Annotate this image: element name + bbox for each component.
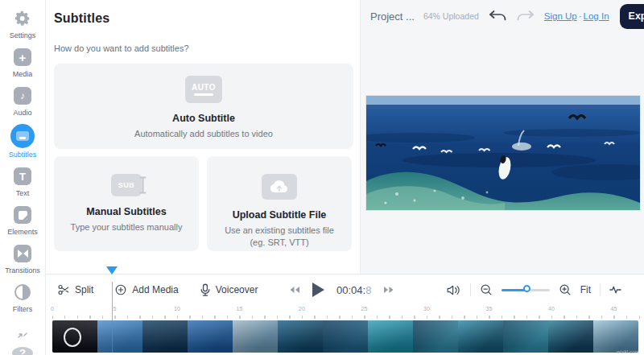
help-button[interactable]: ?	[12, 347, 33, 355]
upload-subtitle-card[interactable]: Upload Subtitle File Use an existing sub…	[207, 156, 352, 251]
sidebar-item-settings[interactable]: Settings	[10, 8, 36, 39]
sidebar-item-label: Transitions	[5, 266, 40, 275]
ruler-label: 5	[114, 306, 117, 312]
sidebar-item-label: Audio	[13, 109, 31, 117]
export-button[interactable]: Export	[620, 4, 644, 29]
zoom-in-icon[interactable]	[559, 283, 572, 296]
music-note-icon: ♪	[12, 85, 33, 106]
timeline-zoom-slider[interactable]	[502, 289, 550, 291]
thumbnail-sheen	[593, 320, 638, 353]
sidebar-item-subtitles[interactable]: Subtitles	[9, 124, 37, 159]
thumbnail-sheen	[233, 320, 278, 353]
sidebar-item-filters[interactable]: Filters	[12, 282, 33, 313]
add-media-button[interactable]: Add Media	[114, 283, 178, 296]
preview-header: Project ... 64% Uploaded Sign Up·Log In …	[361, 0, 644, 32]
timeline-section: Split Add Media Voiceover 00:04:8	[46, 274, 644, 355]
thumbnail-sheen	[548, 320, 593, 353]
sidebar-item-text[interactable]: T Text	[12, 166, 33, 197]
thumbnail-sheen	[142, 320, 188, 353]
log-in-link[interactable]: Log In	[584, 11, 609, 21]
sidebar-item-audio[interactable]: ♪ Audio	[12, 85, 33, 117]
fast-forward-button[interactable]	[383, 286, 394, 294]
manual-subtitles-icon: SUB	[111, 174, 142, 196]
preview-area: Project ... 64% Uploaded Sign Up·Log In …	[361, 0, 644, 274]
auto-subtitle-icon: AUTO	[185, 76, 222, 103]
sidebar-item-label: Subtitles	[9, 151, 37, 159]
play-button[interactable]	[312, 283, 324, 297]
ruler-label: 25	[361, 306, 368, 312]
collapse-sidebar-icon[interactable]	[17, 332, 28, 339]
waveform-icon[interactable]	[609, 285, 621, 295]
zoom-out-icon[interactable]	[480, 283, 493, 296]
video-preview[interactable]	[366, 96, 640, 210]
ruler-label: 40	[548, 306, 555, 312]
ruler-label: 20	[299, 306, 305, 312]
rewind-button[interactable]	[289, 286, 300, 294]
playhead[interactable]	[106, 275, 118, 289]
help-icon: ?	[19, 347, 26, 355]
timeline-thumbnail[interactable]	[503, 320, 548, 353]
undo-button[interactable]	[488, 10, 507, 23]
sidebar-item-label: Filters	[13, 305, 33, 313]
timeline-thumbnail[interactable]	[97, 320, 142, 353]
microphone-icon	[200, 283, 211, 297]
text-icon: T	[12, 166, 33, 187]
timeline-ruler[interactable]: 051015202530354045	[46, 305, 644, 320]
timeline-thumbnail[interactable]	[458, 320, 503, 353]
add-media-icon: +	[12, 47, 33, 68]
timeline-thumbnail[interactable]	[368, 320, 413, 353]
slider-knob[interactable]	[523, 285, 530, 292]
sidebar-item-elements[interactable]: Elements	[7, 204, 38, 236]
ruler-label: 0	[51, 306, 54, 312]
thumbnail-sheen	[368, 320, 413, 353]
timeline-thumbnail[interactable]	[52, 320, 97, 353]
watermark: wtxkl.com	[617, 349, 639, 354]
page-title: Subtitles	[54, 11, 352, 26]
filters-icon	[12, 282, 33, 303]
volume-icon[interactable]	[446, 284, 461, 296]
ruler-label: 45	[611, 306, 617, 312]
scissors-icon	[57, 283, 70, 296]
sidebar: Settings + Media ♪ Audio Subtitles T Tex…	[0, 0, 46, 355]
ruler-label: 35	[486, 306, 493, 312]
subtitles-panel: Subtitles How do you want to add subtitl…	[46, 0, 361, 274]
timeline-thumbnail[interactable]	[278, 320, 323, 353]
redo-button[interactable]	[516, 10, 535, 23]
ruler-label: 15	[237, 306, 243, 312]
auto-subtitle-card[interactable]: AUTO Auto Subtitle Automatically add sub…	[54, 64, 353, 149]
thumbnail-sheen	[97, 320, 142, 353]
playhead-line	[112, 282, 113, 353]
timeline-thumbnail[interactable]	[323, 320, 368, 353]
sign-up-link[interactable]: Sign Up	[544, 11, 577, 21]
card-description: Automatically add subtitles to video	[54, 128, 353, 140]
timecode: 00:04:8	[336, 284, 371, 296]
timeline-thumbnail[interactable]	[593, 320, 638, 353]
manual-subtitles-card[interactable]: SUB Manual Subtitles Type your subtitles…	[54, 156, 199, 251]
thumbnail-sheen	[188, 320, 233, 353]
cloud-upload-icon	[262, 174, 297, 200]
fit-button[interactable]: Fit	[580, 284, 591, 295]
timeline-thumbnail[interactable]	[188, 320, 233, 353]
ruler-label: 30	[423, 306, 430, 312]
card-description: Use an existing subtitles file (eg. SRT,…	[207, 225, 352, 249]
timeline-filmstrip[interactable]	[52, 320, 638, 353]
timeline-thumbnail[interactable]	[233, 320, 278, 353]
timeline-thumbnail[interactable]	[413, 320, 458, 353]
project-name[interactable]: Project ...	[370, 10, 415, 23]
card-title: Upload Subtitle File	[207, 209, 352, 221]
upload-status: 64% Uploaded	[423, 11, 479, 21]
transitions-icon	[12, 243, 33, 264]
thumbnail-sheen	[52, 320, 97, 353]
card-title: Auto Subtitle	[54, 113, 353, 124]
thumbnail-sheen	[458, 320, 503, 353]
elements-icon	[12, 204, 33, 225]
thumbnail-sheen	[413, 320, 458, 353]
panel-question: How do you want to add subtitles?	[54, 43, 352, 53]
timeline-thumbnail[interactable]	[548, 320, 593, 353]
sidebar-item-media[interactable]: + Media	[12, 47, 33, 78]
voiceover-button[interactable]: Voiceover	[200, 283, 258, 297]
timeline-thumbnail[interactable]	[142, 320, 188, 353]
split-button[interactable]: Split	[57, 283, 93, 296]
card-description: Type your subtitles manually	[54, 221, 199, 233]
sidebar-item-transitions[interactable]: Transitions	[5, 243, 40, 275]
